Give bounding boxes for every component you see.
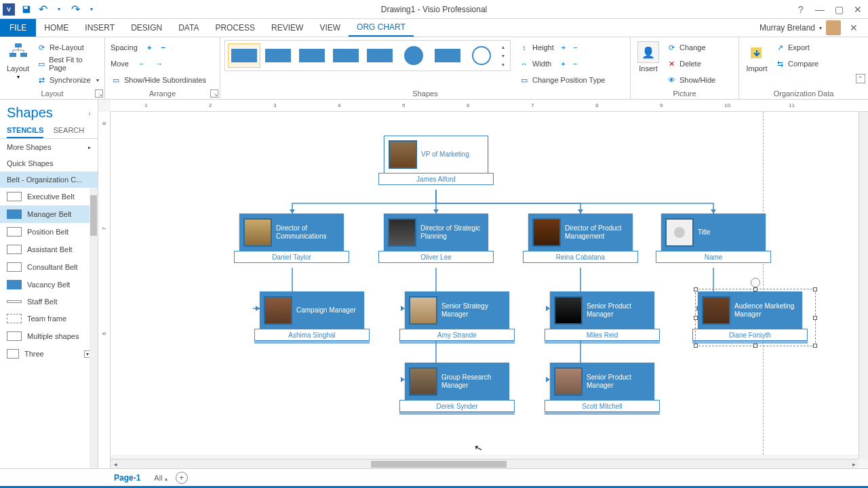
delete-picture-button[interactable]: ✕Delete [665, 56, 717, 71]
belt-category-item[interactable]: Belt - Organization C... [0, 171, 98, 188]
shape-style-3[interactable] [296, 43, 328, 68]
shape-item-staff[interactable]: Staff Belt [0, 293, 98, 310]
showhide-picture-button[interactable]: 👁Show/Hide [665, 73, 717, 87]
more-shapes-item[interactable]: More Shapes▸ [0, 139, 98, 155]
close-button[interactable]: ✕ [849, 2, 867, 17]
tab-file[interactable]: FILE [0, 19, 36, 37]
scroll-right-icon[interactable]: ▸ [849, 460, 859, 468]
save-icon[interactable] [20, 3, 33, 16]
shape-item-consultant[interactable]: Consultant Belt [0, 258, 98, 276]
layout-button[interactable]: Layout ▾ [4, 40, 32, 81]
shapes-panel: Shapes ‹ STENCILS SEARCH More Shapes▸ Qu… [0, 100, 98, 468]
orgnode-mgr-strategy[interactable]: Senior Strategy Manager Amy Strande [405, 291, 520, 344]
compare-button[interactable]: ⇆Compare [773, 56, 820, 71]
shape-item-position[interactable]: Position Belt [0, 223, 98, 241]
orgnode-mgr-audience[interactable]: Audience Marketing Manager Diane Forsyth [698, 291, 813, 344]
orgnode-mgr-group[interactable]: Group Research Manager Derek Synder [405, 363, 520, 415]
user-avatar[interactable] [826, 20, 841, 35]
orgnode-dir-prod[interactable]: Director of Product Management Reina Cab… [528, 214, 644, 263]
close-ribbon-button[interactable]: ✕ [845, 20, 863, 35]
move-control[interactable]: Move ← → [109, 56, 216, 71]
orgnode-mgr-sprod2[interactable]: Senior Product Manager Scott Mitchell [550, 363, 665, 415]
gallery-down[interactable]: ▾ [502, 53, 505, 59]
orgnode-vp[interactable]: VP of Marketing James Alford [384, 136, 499, 185]
add-page-button[interactable]: + [176, 472, 188, 484]
search-tab[interactable]: SEARCH [53, 123, 84, 138]
maximize-button[interactable]: ▢ [830, 2, 848, 17]
svg-rect-1 [24, 6, 28, 9]
orgnode-dir-strat[interactable]: Director of Strategic Planning Oliver Le… [384, 214, 499, 263]
shape-style-gallery[interactable]: ▴ ▾ ▾ [224, 40, 511, 71]
change-position-button[interactable]: ▭Change Position Type [517, 73, 606, 87]
insert-picture-button[interactable]: 👤 Insert [635, 40, 662, 74]
arrange-launcher[interactable] [210, 89, 218, 98]
gallery-up[interactable]: ▴ [502, 44, 505, 50]
rotate-handle[interactable] [751, 278, 760, 287]
synchronize-button[interactable]: ⇄Synchronize▾ [35, 73, 100, 87]
shape-item-manager[interactable]: Manager Belt [0, 205, 98, 223]
shape-style-4[interactable] [330, 43, 362, 68]
vertical-scrollbar[interactable] [859, 112, 868, 459]
user-name[interactable]: Murray Breland [760, 23, 815, 33]
shape-item-vacancy[interactable]: Vacancy Belt [0, 276, 98, 293]
quick-shapes-item[interactable]: Quick Shapes [0, 155, 98, 171]
export-button[interactable]: ↗Export [773, 40, 820, 55]
page-all[interactable]: All ▴ [154, 474, 167, 482]
ruler-vertical: 876 [98, 112, 111, 468]
shape-style-5[interactable] [363, 43, 396, 68]
tab-process[interactable]: PROCESS [207, 19, 263, 37]
height-control[interactable]: ↕Height + − [517, 40, 606, 55]
drawing-canvas[interactable]: VP of Marketing James Alford Director of… [111, 112, 859, 455]
tab-insert[interactable]: INSERT [77, 19, 123, 37]
ruler-horizontal: 1234567891011 [111, 100, 868, 112]
orgnode-mgr-campaign[interactable]: Campaign Manager Ashima Singhal [260, 291, 375, 344]
app-icon: V [3, 3, 15, 16]
tab-data[interactable]: DATA [170, 19, 207, 37]
svg-rect-3 [9, 53, 16, 57]
shape-style-6[interactable] [397, 43, 430, 68]
canvas-area: 1234567891011 876 VP of Marketing James … [98, 100, 868, 468]
qat-dropdown[interactable]: ▾ [85, 3, 98, 16]
ribbon: Layout ▾ ⟳Re-Layout ▭Best Fit to Page ⇄S… [0, 37, 868, 100]
bestfit-button[interactable]: ▭Best Fit to Page [35, 56, 100, 71]
shape-item-assistant[interactable]: Assistant Belt [0, 241, 98, 258]
scroll-left-icon[interactable]: ◂ [111, 460, 120, 468]
stencils-tab[interactable]: STENCILS [7, 123, 43, 138]
orgnode-mgr-sprod[interactable]: Senior Product Manager Miles Reid [550, 291, 665, 344]
tab-review[interactable]: REVIEW [263, 19, 311, 37]
shape-style-7[interactable] [431, 43, 464, 68]
gallery-more[interactable]: ▾ [502, 62, 505, 68]
shape-style-8[interactable] [465, 43, 498, 68]
undo-dropdown[interactable]: ▾ [53, 3, 65, 16]
shapes-panel-title: Shapes [7, 105, 53, 121]
layout-launcher[interactable] [95, 89, 103, 98]
shape-item-multiple[interactable]: Multiple shapes [0, 327, 98, 345]
tab-home[interactable]: HOME [36, 19, 77, 37]
shape-item-teamframe[interactable]: Team frame [0, 310, 98, 327]
showhide-subordinates-button[interactable]: ▭Show/Hide Subordinates [109, 73, 216, 87]
panel-scrollbar[interactable] [90, 188, 98, 468]
collapse-ribbon-icon[interactable]: ⌃ [856, 74, 865, 83]
undo-icon[interactable]: ↶ [37, 3, 49, 16]
tab-orgchart[interactable]: ORG CHART [349, 19, 414, 37]
page-tab-1[interactable]: Page-1 [108, 472, 146, 484]
orgnode-dir-blank[interactable]: Title Name [661, 214, 776, 263]
title-bar: V ↶ ▾ ↷ ▾ Drawing1 - Visio Professional … [0, 0, 868, 19]
spacing-control[interactable]: Spacing + − [109, 40, 216, 55]
width-control[interactable]: ↔Width + − [517, 56, 606, 71]
redo-icon[interactable]: ↷ [69, 3, 81, 16]
minimize-button[interactable]: ― [811, 2, 829, 17]
shape-style-1[interactable] [228, 43, 260, 68]
orgnode-dir-comm[interactable]: Director of Communications Daniel Taylor [239, 214, 355, 263]
collapse-panel-icon[interactable]: ‹ [88, 109, 91, 117]
shape-item-three[interactable]: Three▾ [0, 345, 98, 363]
horizontal-scrollbar[interactable]: ◂ ▸ [111, 459, 859, 468]
help-icon[interactable]: ? [792, 2, 810, 17]
relayout-button[interactable]: ⟳Re-Layout [35, 40, 100, 55]
import-button[interactable]: Import [743, 40, 770, 74]
tab-design[interactable]: DESIGN [123, 19, 170, 37]
change-picture-button[interactable]: ⟳Change [665, 40, 717, 55]
shape-style-2[interactable] [262, 43, 294, 68]
tab-view[interactable]: VIEW [311, 19, 349, 37]
shape-item-executive[interactable]: Executive Belt [0, 188, 98, 205]
